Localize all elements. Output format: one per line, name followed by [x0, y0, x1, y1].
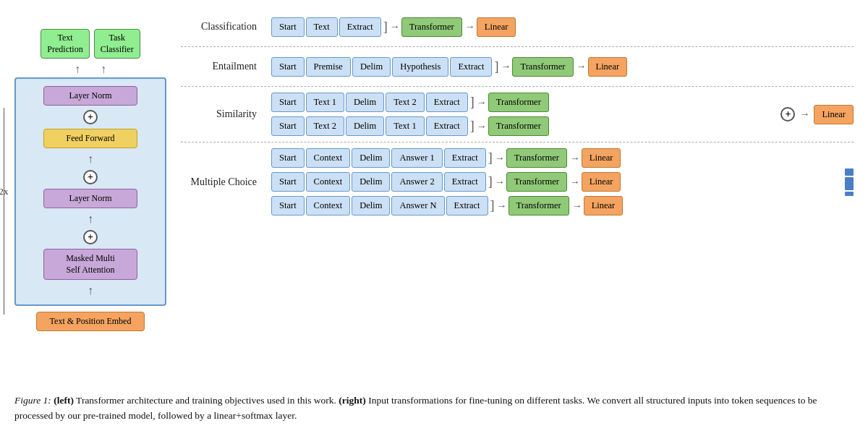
token-start-mc2: Start	[271, 172, 305, 192]
mc-seq-2: Start Context Delim Answer 2 Extract ] →…	[271, 172, 835, 192]
transformer-mcn: Transformer	[509, 196, 569, 216]
token-text1-s2: Text 1	[386, 116, 424, 136]
arrow-mc2b: →	[570, 176, 580, 188]
token-extract-mc2: Extract	[444, 172, 486, 192]
softmax-bar-1	[845, 168, 854, 176]
transformer-s1: Transformer	[488, 93, 549, 112]
arrow-up-ma: ↑	[88, 284, 93, 297]
token-premise: Premise	[306, 57, 351, 77]
transformer-mc2: Transformer	[506, 172, 567, 192]
token-start-e: Start	[271, 57, 305, 77]
token-text1-s1: Text 1	[306, 93, 344, 112]
feed-forward-box: Feed Forward	[43, 129, 137, 148]
entailment-seq: Start Premise Delim Hypothesis Extract ]…	[271, 57, 854, 77]
bracket-close-s1: ]	[470, 95, 475, 110]
arrow-s1: →	[477, 97, 487, 108]
transformer-box: Transformer	[401, 17, 462, 37]
token-delim-mc2: Delim	[352, 172, 390, 192]
bracket-close: ]	[383, 20, 388, 35]
token-delim-mcn: Delim	[352, 196, 390, 216]
plus-circle-sim: +	[780, 107, 795, 121]
similarity-seq-1: Start Text 1 Delim Text 2 Extract ] → Tr…	[271, 93, 770, 112]
token-extract-mc1: Extract	[444, 148, 486, 168]
arrow-sim: →	[799, 108, 809, 120]
classification-label: Classification	[181, 21, 264, 33]
bracket-close-e: ]	[494, 59, 498, 74]
left-panel: TextPrediction TaskClassifier ↑ ↑ 12x La…	[14, 7, 166, 385]
classification-seq: Start Text Extract ] → Transformer → Lin…	[271, 17, 854, 37]
plus-circle-3: +	[83, 230, 98, 244]
plus-circle-1: +	[83, 110, 98, 124]
arrow-2: →	[465, 21, 475, 33]
linear-sim: Linear	[814, 105, 854, 124]
arrow-e2: →	[576, 61, 587, 72]
token-context-mcn: Context	[306, 196, 351, 216]
mc-seq-n: Start Context Delim Answer N Extract ] →…	[271, 196, 835, 216]
similarity-label: Similarity	[181, 108, 264, 120]
token-context-mc1: Context	[306, 148, 351, 168]
token-extract-mcn: Extract	[446, 196, 488, 216]
main-content: TextPrediction TaskClassifier ↑ ↑ 12x La…	[14, 7, 854, 385]
multiple-choice-label: Multiple Choice	[181, 176, 264, 188]
softmax-indicator	[845, 168, 854, 196]
arrow-mcn: →	[497, 200, 507, 212]
similarity-sequences: Start Text 1 Delim Text 2 Extract ] → Tr…	[271, 93, 770, 136]
bracket-close-mc1: ]	[488, 150, 493, 166]
arrow-mc1: →	[495, 153, 505, 164]
similarity-combine: + → Linear	[780, 105, 854, 124]
arrow-s2: →	[477, 121, 487, 132]
plus-circle-2: +	[83, 170, 98, 184]
arrow-up-right: ↑	[101, 63, 106, 76]
bracket-close-s2: ]	[470, 119, 475, 134]
token-text2-s2: Text 2	[306, 116, 344, 136]
bracket-close-mcn: ]	[490, 198, 495, 213]
linear-e: Linear	[588, 57, 628, 77]
linear-box: Linear	[477, 17, 516, 37]
softmax-bar-2	[845, 177, 854, 190]
token-text2-s1: Text 2	[386, 93, 424, 112]
bracket-close-mc2: ]	[488, 174, 493, 189]
mc-seq-1: Start Context Delim Answer 1 Extract ] →…	[271, 148, 835, 168]
token-start-s1: Start	[271, 93, 305, 112]
linear-mcn: Linear	[584, 196, 624, 216]
token-answer2-mc2: Answer 2	[391, 172, 442, 192]
top-boxes: TextPrediction TaskClassifier	[14, 29, 166, 59]
linear-mc1: Linear	[582, 148, 621, 168]
token-delim-e: Delim	[352, 57, 391, 77]
token-extract-s2: Extract	[426, 116, 468, 136]
token-delim-s1: Delim	[346, 93, 384, 112]
token-delim-mc1: Delim	[352, 148, 390, 168]
arrow-up-left: ↑	[75, 63, 80, 76]
arrow-mc1b: →	[570, 153, 580, 164]
entailment-sequences: Start Premise Delim Hypothesis Extract ]…	[271, 57, 854, 77]
text-prediction-box: TextPrediction	[41, 29, 89, 59]
softmax-bar-3	[845, 192, 854, 196]
arrow-e1: →	[501, 61, 511, 72]
token-extract-e: Extract	[450, 57, 492, 77]
classification-row: Classification Start Text Extract ] → Tr…	[181, 7, 854, 47]
entailment-row: Entailment Start Premise Delim Hypothesi…	[181, 47, 854, 87]
twelve-x-line	[4, 108, 4, 315]
arrow-up-ff: ↑	[88, 153, 93, 166]
arrow-mc2: →	[495, 176, 505, 188]
caption-figure-label: Figure 1:	[14, 395, 51, 406]
caption-text: (left) Transformer architecture and trai…	[14, 395, 817, 421]
token-answer1-mc1: Answer 1	[391, 148, 442, 168]
token-start: Start	[271, 17, 305, 37]
linear-mc2: Linear	[582, 172, 621, 192]
transformer-mc1: Transformer	[506, 148, 567, 168]
masked-attn-box: Masked MultiSelf Attention	[43, 249, 137, 280]
similarity-seq-2: Start Text 2 Delim Text 1 Extract ] → Tr…	[271, 116, 770, 136]
layer-norm-1-box: Layer Norm	[43, 86, 137, 106]
arrow-up-ln: ↑	[88, 213, 93, 226]
transformer-s2: Transformer	[488, 116, 549, 136]
classification-sequences: Start Text Extract ] → Transformer → Lin…	[271, 17, 854, 37]
token-start-mcn: Start	[271, 196, 305, 216]
token-context-mc2: Context	[306, 172, 351, 192]
token-start-s2: Start	[271, 116, 305, 136]
multiple-choice-row: Multiple Choice Start Context Delim Answ…	[181, 142, 854, 221]
figure-caption: Figure 1: (left) Transformer architectur…	[14, 391, 854, 424]
right-panel: Classification Start Text Extract ] → Tr…	[181, 7, 854, 385]
layer-norm-2-box: Layer Norm	[43, 189, 137, 208]
token-extract-s1: Extract	[426, 93, 468, 112]
